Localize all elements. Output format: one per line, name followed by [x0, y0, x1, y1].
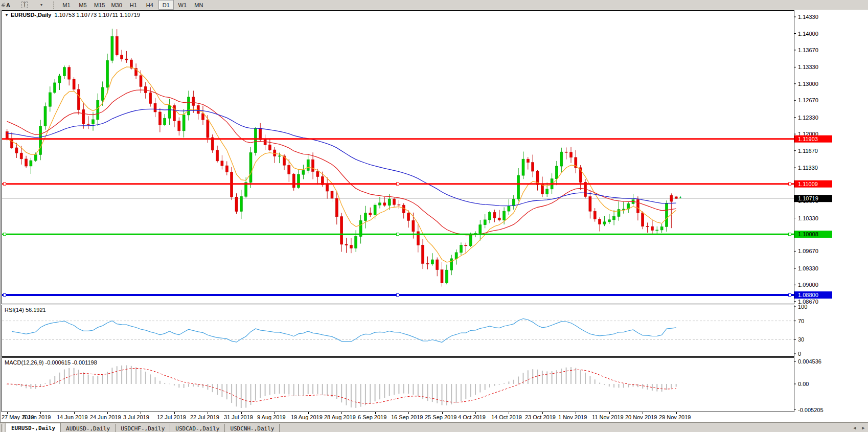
candle-body — [182, 115, 185, 131]
date-label: 25 Sep 2019 — [425, 414, 456, 420]
candle-body — [292, 174, 295, 188]
timeframe-d1-button[interactable]: D1 — [158, 0, 174, 10]
chart-tab-bar: ◄ ► EURUSD-,DailyAUDUSD-,DailyUSDCHF-,Da… — [0, 422, 868, 432]
rsi-pane[interactable]: 10070300 — [1, 305, 868, 357]
symbol-tab-eurusd[interactable]: EURUSD-,Daily — [6, 423, 61, 432]
macd-histogram-bar — [475, 384, 476, 395]
hline-handle[interactable] — [4, 233, 6, 236]
macd-histogram-bar — [260, 384, 261, 398]
hline-handle[interactable] — [4, 183, 6, 185]
toolbar-drag-handle[interactable] — [53, 2, 56, 9]
candle-body — [111, 36, 113, 60]
candle-body — [326, 185, 329, 191]
timeframe-m15-button[interactable]: M15 — [92, 0, 107, 10]
chart-title-collapse-icon[interactable]: ▼ — [5, 13, 9, 17]
hline-handle[interactable] — [789, 294, 791, 297]
candle-body — [15, 148, 18, 153]
candle-body — [555, 166, 558, 179]
macd-histogram-bar — [288, 384, 289, 395]
tab-scroll-right-button[interactable]: ► — [859, 424, 867, 431]
main-chart[interactable]: *1.143301.140001.136701.133301.130001.12… — [1, 10, 868, 305]
macd-histogram-bar — [637, 384, 638, 387]
symbol-tab-usdchf[interactable]: USDCHF-,Daily — [116, 424, 170, 432]
candle-body — [374, 205, 376, 215]
candle-body — [331, 191, 333, 198]
candle-body — [221, 161, 223, 166]
draw-text-label: A — [6, 2, 10, 8]
candle-body — [398, 204, 400, 205]
macd-histogram-bar — [542, 371, 543, 384]
macd-histogram-bar — [589, 376, 590, 384]
hline-handle[interactable] — [4, 294, 6, 297]
candle-body — [87, 124, 89, 125]
candle-body — [441, 270, 443, 283]
macd-histogram-bar — [479, 384, 481, 393]
macd-histogram-bar — [178, 384, 179, 388]
timeframe-w1-button[interactable]: W1 — [175, 0, 190, 10]
candle-body — [54, 83, 56, 93]
candle-body — [73, 79, 75, 89]
rsi-label: RSI(14) 56.1921 — [5, 307, 46, 313]
macd-pane[interactable]: 0.0045360.00-0.005205 — [1, 357, 868, 412]
candle-body — [11, 139, 13, 148]
time-axis[interactable]: 27 May 20195 Jun 201914 Jun 201924 Jun 2… — [1, 412, 868, 422]
candle-body — [106, 60, 109, 87]
candle-body — [49, 93, 51, 106]
macd-plot-area[interactable] — [2, 358, 794, 412]
macd-histogram-bar — [375, 384, 376, 401]
macd-histogram-bar — [413, 384, 414, 395]
timeframe-mn-button[interactable]: MN — [191, 0, 207, 10]
macd-histogram-bar — [566, 368, 567, 384]
rsi-plot-area[interactable] — [2, 305, 794, 357]
mt4-window: A T ▾ M1 M5 M15 M30 H1 H4 D1 W1 MN ▼EURU… — [0, 0, 868, 432]
timeframe-h1-button[interactable]: H1 — [126, 0, 141, 10]
symbol-tab-usdcnh[interactable]: USDCNH-,Daily — [225, 424, 280, 432]
macd-histogram-bar — [504, 383, 505, 384]
arrows-tool-button[interactable]: ▾ — [33, 0, 49, 10]
hline-handle[interactable] — [397, 233, 399, 236]
macd-histogram-bar — [308, 384, 309, 394]
candle-body — [20, 153, 22, 159]
timeframe-m5-button[interactable]: M5 — [75, 0, 90, 10]
hline-handle[interactable] — [397, 183, 399, 185]
symbol-tab-audusd[interactable]: AUDUSD-,Daily — [61, 424, 116, 432]
hline-handle[interactable] — [789, 233, 791, 236]
price-tick-label: 1.12330 — [798, 115, 818, 121]
hline-handle[interactable] — [397, 294, 399, 297]
hline-handle[interactable] — [789, 183, 791, 185]
toolbar: A T ▾ M1 M5 M15 M30 H1 H4 D1 W1 MN — [0, 0, 868, 10]
macd-tick-label: 0.00 — [798, 381, 809, 387]
macd-histogram-bar — [518, 377, 519, 384]
macd-histogram-bar — [427, 384, 428, 401]
candle-body — [207, 120, 209, 138]
timeframe-m30-button[interactable]: M30 — [108, 0, 124, 10]
macd-histogram-bar — [221, 384, 222, 397]
candle-body — [512, 199, 515, 206]
candle-body — [235, 197, 238, 211]
macd-histogram-bar — [327, 384, 328, 396]
candle-body — [422, 245, 424, 263]
macd-histogram-bar — [585, 373, 586, 384]
tab-scroll-left-button[interactable]: ◄ — [851, 424, 859, 431]
candle-body — [546, 189, 549, 194]
macd-histogram-bar — [508, 381, 509, 384]
macd-histogram-bar — [135, 367, 136, 384]
candle-body — [393, 199, 396, 204]
price-tick-label: 1.12670 — [798, 97, 818, 103]
symbol-tab-usdcad[interactable]: USDCAD-,Daily — [170, 424, 225, 432]
main-plot-area[interactable] — [2, 11, 794, 304]
macd-histogram-bar — [269, 384, 270, 395]
macd-histogram-bar — [298, 384, 299, 396]
macd-histogram-bar — [642, 384, 643, 389]
timeframe-m1-button[interactable]: M1 — [59, 0, 74, 10]
macd-histogram-bar — [398, 384, 399, 394]
price-tick-label: 1.08670 — [798, 299, 818, 305]
chart-window: ▼EURUSD-,Daily 1.10753 1.10773 1.10711 1… — [0, 10, 868, 422]
text-label-button[interactable]: T — [17, 0, 32, 10]
macd-histogram-bar — [418, 384, 419, 396]
macd-histogram-bar — [575, 368, 576, 384]
timeframe-h4-button[interactable]: H4 — [142, 0, 157, 10]
candle-body — [565, 152, 567, 152]
candle-body — [92, 120, 95, 124]
tabbar-drag-handle[interactable] — [1, 424, 4, 432]
